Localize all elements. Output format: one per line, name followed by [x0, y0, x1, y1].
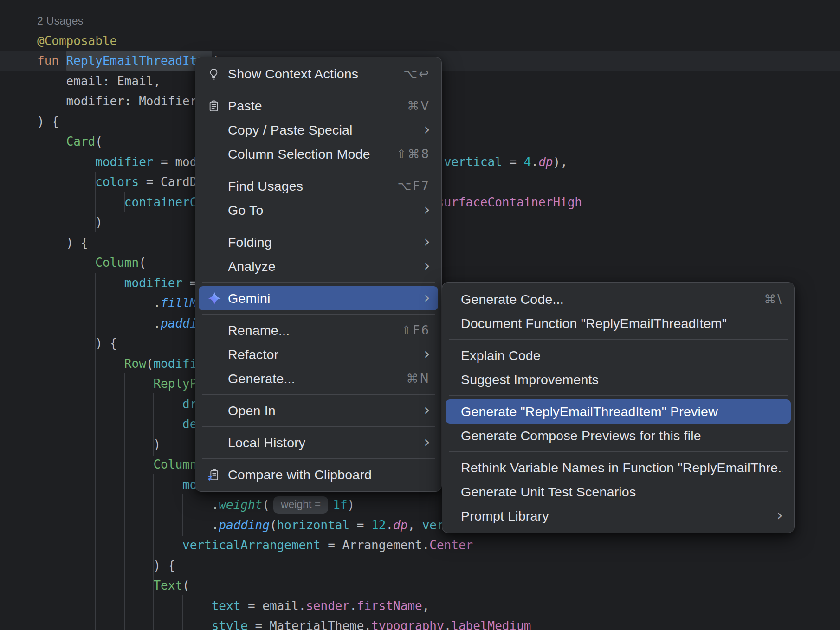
menu-item-open-in[interactable]: Open In›	[195, 399, 441, 423]
menu-separator	[202, 170, 435, 170]
menu-item-analyze[interactable]: Analyze›	[195, 254, 441, 278]
code-token: (	[262, 498, 270, 512]
menu-item-rethink-variable-names-in-function-replyemailthre[interactable]: Rethink Variable Names in Function "Repl…	[442, 456, 794, 480]
chevron-right-icon: ›	[424, 121, 430, 137]
code-token: .	[37, 518, 219, 532]
gemini-submenu: Generate Code...⌘\Document Function "Rep…	[442, 282, 795, 533]
code-token: colors	[95, 175, 139, 189]
menu-item-prompt-library[interactable]: Prompt Library›	[442, 504, 794, 528]
code-token: .	[531, 155, 539, 169]
menu-item-refactor[interactable]: Refactor›	[195, 342, 441, 366]
inlay-hint-weight[interactable]: weight =	[273, 496, 328, 514]
code-token: modifier	[124, 276, 182, 290]
menu-item-document-function-replyemailthreaditem[interactable]: Document Function "ReplyEmailThreadItem"	[442, 311, 794, 335]
code-token: (	[270, 518, 277, 532]
menu-item-column-selection-mode[interactable]: Column Selection Mode⇧⌘8	[195, 142, 441, 166]
menu-item-label: Show Context Actions	[228, 66, 403, 82]
menu-item-copy-paste-special[interactable]: Copy / Paste Special›	[195, 118, 441, 142]
code-token: ,	[422, 599, 430, 613]
lightbulb-icon	[207, 68, 228, 80]
code-token: Card	[66, 135, 96, 148]
code-token: labelMedium	[451, 619, 531, 630]
chevron-right-icon: ›	[424, 289, 430, 305]
code-token: )	[37, 437, 161, 451]
code-token	[37, 195, 124, 209]
usages-hint[interactable]: 2 Usages	[37, 15, 84, 27]
code-token: typography	[371, 619, 444, 630]
code-token	[37, 135, 66, 148]
code-line: ) {	[0, 556, 840, 576]
menu-item-show-context-actions[interactable]: Show Context Actions⌥↩	[195, 62, 441, 86]
menu-separator	[202, 282, 435, 283]
chevron-right-icon: ›	[424, 402, 430, 418]
code-token: Column	[95, 256, 139, 270]
menu-item-explain-code[interactable]: Explain Code	[442, 343, 794, 367]
menu-item-find-usages[interactable]: Find Usages⌥F7	[195, 174, 441, 198]
menu-item-generate-unit-test-scenarios[interactable]: Generate Unit Test Scenarios	[442, 480, 794, 504]
chevron-right-icon: ›	[424, 434, 430, 450]
code-token: = MaterialTheme.	[248, 619, 371, 630]
menu-item-label: Gemini	[228, 291, 424, 306]
code-token: (	[146, 357, 154, 371]
code-token: style	[212, 619, 248, 630]
code-token: .	[37, 498, 219, 512]
clipboard-compare-icon	[207, 469, 228, 481]
menu-item-generate-replyemailthreaditem-preview[interactable]: Generate "ReplyEmailThreadItem" Preview	[446, 399, 791, 424]
indent-guide	[66, 151, 66, 577]
menu-item-suggest-improvements[interactable]: Suggest Improvements	[442, 367, 794, 392]
menu-item-go-to[interactable]: Go To›	[195, 198, 441, 222]
menu-separator	[449, 339, 788, 340]
menu-item-local-history[interactable]: Local History›	[195, 431, 441, 455]
code-token: 4	[524, 155, 531, 169]
code-token: ) {	[37, 236, 88, 250]
menu-item-label: Prompt Library	[461, 508, 776, 524]
code-token: )	[348, 498, 355, 512]
selected-identifier[interactable]: ReplyEmailThreadItem	[66, 51, 212, 71]
menu-separator	[202, 90, 435, 90]
code-token: Center	[429, 538, 473, 552]
menu-item-label: Explain Code	[461, 348, 783, 363]
menu-item-gemini[interactable]: Gemini›	[199, 286, 438, 310]
code-token	[37, 276, 124, 290]
indent-guide	[153, 393, 154, 456]
menu-item-label: Find Usages	[228, 179, 398, 194]
menu-item-label: Compare with Clipboard	[228, 467, 430, 482]
menu-separator	[202, 394, 435, 395]
menu-item-rename[interactable]: Rename...⇧F6	[195, 318, 441, 342]
shortcut-label: ⌥↩	[403, 67, 430, 81]
code-token: 1f	[333, 498, 347, 512]
menu-separator	[202, 426, 435, 427]
code-token: text	[212, 599, 241, 613]
menu-item-label: Generate "ReplyEmailThreadItem" Preview	[461, 404, 783, 419]
code-line: Text(	[0, 576, 840, 596]
menu-item-folding[interactable]: Folding›	[195, 230, 441, 254]
shortcut-label: ⇧F6	[401, 323, 430, 337]
menu-item-label: Column Selection Mode	[228, 147, 396, 162]
code-token: padding	[219, 518, 270, 532]
chevron-right-icon: ›	[424, 346, 430, 361]
menu-separator	[449, 395, 788, 396]
menu-item-label: Rethink Variable Names in Function "Repl…	[461, 460, 783, 476]
menu-item-label: Document Function "ReplyEmailThreadItem"	[461, 316, 783, 331]
code-token: (	[95, 135, 103, 148]
code-token: email: Email,	[37, 74, 161, 88]
menu-item-compare-with-clipboard[interactable]: Compare with Clipboard	[195, 463, 441, 487]
menu-item-label: Go To	[228, 203, 424, 218]
code-token: Text	[153, 579, 182, 592]
menu-item-label: Generate Code...	[461, 292, 764, 307]
menu-item-label: Copy / Paste Special	[228, 122, 424, 138]
menu-item-generate-compose-previews-for-this-file[interactable]: Generate Compose Previews for this file	[442, 424, 794, 448]
code-token: ,	[407, 518, 422, 532]
gutter-separator	[34, 0, 34, 630]
shortcut-label: ⌘V	[407, 99, 430, 113]
chevron-right-icon: ›	[424, 201, 430, 217]
code-token: firstName	[357, 599, 422, 613]
menu-item-generate-code[interactable]: Generate Code...⌘\	[442, 287, 794, 311]
menu-item-generate[interactable]: Generate...⌘N	[195, 366, 441, 391]
code-token: = email.	[240, 599, 306, 613]
indent-guide	[182, 595, 183, 630]
code-token: .	[444, 619, 452, 630]
code-token: fun	[37, 54, 66, 68]
code-token: vertical	[444, 155, 502, 169]
menu-item-paste[interactable]: Paste⌘V	[195, 94, 441, 118]
